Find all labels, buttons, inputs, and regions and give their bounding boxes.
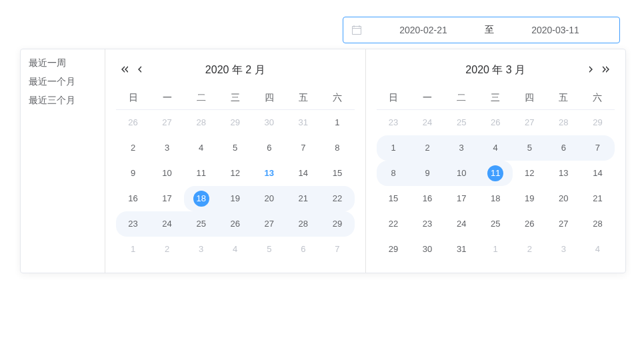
date-cell[interactable]: 12	[513, 161, 547, 186]
next-month-button[interactable]	[585, 63, 596, 77]
date-cell[interactable]: 2	[116, 135, 150, 161]
date-cell[interactable]: 26	[218, 211, 252, 237]
date-cell[interactable]: 22	[320, 186, 354, 211]
date-cell[interactable]: 1	[377, 135, 411, 161]
date-cell-value: 18	[487, 191, 503, 207]
date-range-input[interactable]: 2020-02-21 至 2020-03-11	[343, 17, 620, 43]
date-cell[interactable]: 9	[411, 161, 445, 186]
weekday-header: 一	[411, 87, 445, 110]
date-cell[interactable]: 8	[320, 135, 354, 161]
date-cell[interactable]: 2	[411, 135, 445, 161]
date-cell-value: 3	[159, 140, 175, 156]
date-cell[interactable]: 20	[252, 186, 286, 211]
date-cell[interactable]: 18	[479, 186, 513, 211]
date-cell-value: 25	[193, 216, 209, 232]
date-cell-value: 20	[555, 191, 571, 207]
date-cell-value: 9	[125, 165, 141, 181]
date-cell[interactable]: 19	[218, 186, 252, 211]
shortcut-last-week[interactable]: 最近一周	[21, 53, 105, 72]
prev-year-button[interactable]	[119, 63, 131, 77]
date-cell[interactable]: 23	[411, 211, 445, 237]
date-cell[interactable]: 15	[320, 161, 354, 186]
date-cell[interactable]: 24	[445, 211, 479, 237]
date-cell: 1	[479, 237, 513, 262]
date-cell[interactable]: 5	[513, 135, 547, 161]
date-cell-value: 5	[521, 140, 537, 156]
end-date-value: 2020-03-11	[499, 25, 611, 35]
date-cell[interactable]: 27	[252, 211, 286, 237]
date-cell[interactable]: 25	[184, 211, 218, 237]
date-cell[interactable]: 10	[445, 161, 479, 186]
date-cell[interactable]: 25	[479, 211, 513, 237]
date-cell[interactable]: 3	[150, 135, 184, 161]
date-cell[interactable]: 21	[286, 186, 320, 211]
prev-month-button[interactable]	[135, 63, 145, 77]
calendar-right-title: 2020 年 3 月	[465, 63, 525, 77]
date-cell: 3	[184, 237, 218, 262]
date-cell[interactable]: 16	[411, 186, 445, 211]
date-cell[interactable]: 28	[581, 211, 615, 237]
date-cell[interactable]: 29	[320, 211, 354, 237]
date-cell-value: 31	[453, 241, 469, 257]
weekday-header: 日	[377, 87, 411, 110]
date-cell-value: 11	[487, 165, 503, 181]
date-cell[interactable]: 11	[184, 161, 218, 186]
date-cell[interactable]: 9	[116, 161, 150, 186]
date-cell-value: 6	[555, 140, 571, 156]
weekday-header: 三	[479, 87, 513, 110]
shortcut-last-three-months[interactable]: 最近三个月	[21, 91, 105, 109]
date-cell[interactable]: 17	[445, 186, 479, 211]
date-cell-value: 17	[159, 191, 175, 207]
date-cell-value: 12	[521, 165, 537, 181]
date-cell[interactable]: 13	[252, 161, 286, 186]
date-cell: 25	[445, 110, 479, 135]
date-cell[interactable]: 30	[411, 237, 445, 262]
date-cell[interactable]: 1	[320, 110, 354, 135]
date-cell-value: 28	[193, 115, 209, 131]
date-cell[interactable]: 13	[547, 161, 581, 186]
calendar-right-table: 日一二三四五六 23242526272829123456789101112131…	[377, 87, 615, 262]
date-cell[interactable]: 5	[218, 135, 252, 161]
date-cell[interactable]: 7	[286, 135, 320, 161]
date-cell[interactable]: 10	[150, 161, 184, 186]
date-cell-value: 1	[385, 140, 401, 156]
date-cell-value: 17	[453, 191, 469, 207]
date-cell[interactable]: 6	[252, 135, 286, 161]
date-cell[interactable]: 3	[445, 135, 479, 161]
date-cell[interactable]: 19	[513, 186, 547, 211]
date-cell[interactable]: 20	[547, 186, 581, 211]
date-cell[interactable]: 17	[150, 186, 184, 211]
date-cell[interactable]: 28	[286, 211, 320, 237]
date-cell[interactable]: 16	[116, 186, 150, 211]
date-cell[interactable]: 7	[581, 135, 615, 161]
date-cell[interactable]: 12	[218, 161, 252, 186]
date-cell-value: 6	[261, 140, 277, 156]
date-cell: 24	[411, 110, 445, 135]
date-cell[interactable]: 23	[116, 211, 150, 237]
date-cell-value: 29	[589, 115, 605, 131]
shortcut-last-month[interactable]: 最近一个月	[21, 72, 105, 91]
date-cell: 4	[218, 237, 252, 262]
date-cell[interactable]: 14	[581, 161, 615, 186]
date-cell-value: 11	[193, 165, 209, 181]
date-cell[interactable]: 4	[184, 135, 218, 161]
date-cell[interactable]: 6	[547, 135, 581, 161]
date-cell[interactable]: 26	[513, 211, 547, 237]
date-cell[interactable]: 29	[377, 237, 411, 262]
date-cell-value: 15	[385, 191, 401, 207]
date-cell[interactable]: 27	[547, 211, 581, 237]
date-cell: 4	[581, 237, 615, 262]
date-cell[interactable]: 24	[150, 211, 184, 237]
date-cell[interactable]: 18	[184, 186, 218, 211]
date-cell[interactable]: 15	[377, 186, 411, 211]
date-cell-value: 30	[419, 241, 435, 257]
date-cell[interactable]: 8	[377, 161, 411, 186]
next-year-button[interactable]	[600, 63, 612, 77]
date-cell[interactable]: 31	[445, 237, 479, 262]
date-cell[interactable]: 4	[479, 135, 513, 161]
date-cell[interactable]: 14	[286, 161, 320, 186]
range-separator: 至	[479, 24, 499, 36]
date-cell[interactable]: 11	[479, 161, 513, 186]
date-cell[interactable]: 22	[377, 211, 411, 237]
date-cell[interactable]: 21	[581, 186, 615, 211]
